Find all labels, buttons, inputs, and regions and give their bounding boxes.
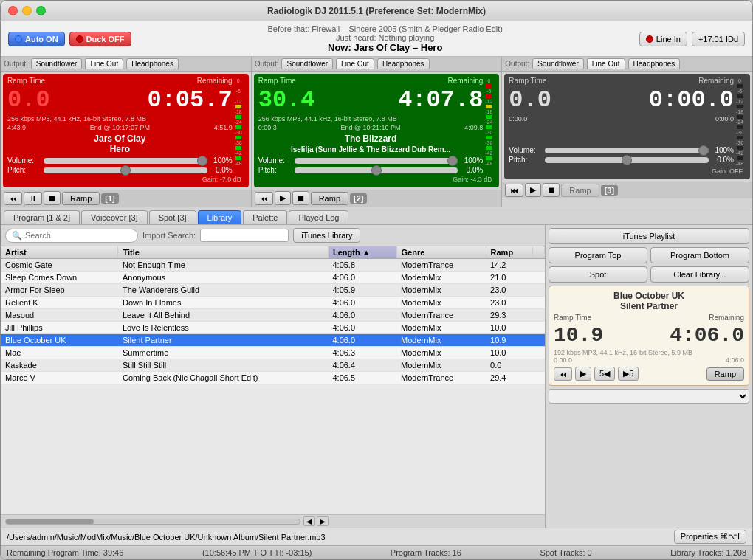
playlist-dropdown-row (549, 389, 749, 404)
deck2-tab-line-out[interactable]: Line Out (336, 58, 374, 69)
scroll-left-btn[interactable]: ◀ (303, 516, 315, 526)
deck1-pause-button[interactable]: ⏸ (24, 192, 42, 205)
properties-button[interactable]: Properties ⌘⌥I (674, 530, 746, 544)
deck-1: Output: Soundflower Line Out Headphones … (1, 57, 252, 207)
deck3-prev-button[interactable]: ⏮ (505, 184, 523, 197)
table-row[interactable]: Masoud Leave It All Behind 4:06.0 Modern… (1, 309, 545, 322)
import-search-input[interactable] (200, 229, 289, 242)
maximize-button[interactable] (36, 6, 46, 15)
deck3-volume-slider[interactable] (545, 148, 709, 153)
deck3-pitch-slider[interactable] (545, 157, 709, 163)
deck3-play-button[interactable]: ▶ (525, 183, 541, 197)
col-ramp[interactable]: Ramp (486, 246, 532, 259)
playlist-dropdown[interactable] (549, 389, 749, 404)
duck-off-button[interactable]: Duck OFF (69, 32, 131, 46)
col-length[interactable]: Length ▲ (328, 246, 396, 259)
scroll-right-btn[interactable]: ▶ (317, 516, 329, 526)
table-row[interactable]: Cosmic Gate Not Enough Time 4:05.8 Moder… (1, 259, 545, 272)
table-row[interactable]: Blue October UK Silent Partner 4:06.0 Mo… (1, 334, 545, 347)
deck1-prev-button[interactable]: ⏮ (4, 192, 22, 205)
deck2-cue-button[interactable]: ◼ (292, 191, 309, 205)
deck1-tab-headphones[interactable]: Headphones (126, 58, 179, 69)
preview-remaining-value: 4:06.0 (670, 324, 744, 347)
preview-ramp-button[interactable]: Ramp (706, 367, 744, 381)
itunes-library-button[interactable]: iTunes Library (293, 228, 360, 243)
deck3-cue-button[interactable]: ◼ (543, 183, 560, 197)
traffic-lights (8, 6, 46, 15)
deck1-tab-line-out[interactable]: Line Out (85, 58, 123, 69)
col-title[interactable]: Title (118, 246, 328, 259)
tab-played-log[interactable]: Played Log (289, 210, 348, 224)
auto-on-button[interactable]: Auto ON (8, 32, 65, 46)
table-row[interactable]: Jill Phillips Love Is Relentless 4:06.0 … (1, 322, 545, 334)
tab-library[interactable]: Library (198, 210, 242, 224)
line-in-button[interactable]: Line In (639, 32, 687, 46)
table-header: Artist Title Length ▲ Genre Ramp (1, 246, 545, 259)
preview-ramp-label: Ramp Time (554, 314, 591, 322)
preview-position: 0:00.0 4:06.0 (554, 356, 744, 364)
deck2-prev-button[interactable]: ⏮ (255, 192, 273, 205)
library-area: 🔍 Import Search: iTunes Library Artist T… (1, 225, 752, 528)
import-label: Import Search: (142, 231, 196, 240)
deck1-volume-slider[interactable] (44, 158, 207, 164)
deck2-track-title: The Blizzard Iselilja (Sunn Jellie & The… (258, 134, 484, 154)
program-top-button[interactable]: Program Top (549, 247, 647, 263)
auto-indicator (15, 35, 22, 43)
col-icon (533, 246, 545, 259)
library-table: Artist Title Length ▲ Genre Ramp Cosmic … (1, 246, 545, 514)
deck3-tab-soundflower[interactable]: Soundflower (532, 58, 584, 69)
deck3-ramp-button[interactable]: Ramp (561, 184, 599, 197)
deck1-ramp-button[interactable]: Ramp (62, 192, 100, 205)
table-body: Cosmic Gate Not Enough Time 4:05.8 Moder… (1, 259, 545, 384)
deck2-volume-slider[interactable] (295, 158, 458, 164)
deck3-badge: [3] (601, 185, 618, 196)
clear-library-button[interactable]: Clear Library... (650, 266, 749, 283)
deck2-tab-soundflower[interactable]: Soundflower (281, 58, 333, 69)
close-button[interactable] (8, 6, 18, 15)
status-bar: Remaining Program Time: 39:46 (10:56:45 … (1, 545, 752, 559)
program-bottom-button[interactable]: Program Bottom (650, 247, 749, 263)
preview-remaining-label: Remaining (709, 314, 744, 322)
now-playing: Now: Jars Of Clay – Hero (139, 42, 632, 53)
decks-area: Output: Soundflower Line Out Headphones … (1, 57, 752, 207)
tab-voiceover-3[interactable]: Voiceover [3] (81, 210, 148, 224)
col-genre[interactable]: Genre (396, 246, 486, 259)
table-row[interactable]: Relient K Down In Flames 4:06.0 ModernMi… (1, 297, 545, 309)
deck2-ramp-button[interactable]: Ramp (311, 192, 348, 205)
deck1-tab-soundflower[interactable]: Soundflower (31, 58, 83, 69)
table-row[interactable]: Armor For Sleep The Wanderers Guild 4:05… (1, 284, 545, 297)
preview-play-button[interactable]: ▶ (575, 367, 591, 381)
deck1-track-title: Jars Of Clay Hero (7, 134, 233, 154)
program-tracks: Program Tracks: 16 (391, 548, 461, 557)
table-row[interactable]: Kaskade Still Still Still 4:06.4 ModernM… (1, 359, 545, 372)
deck2-play-button[interactable]: ▶ (275, 191, 291, 205)
minimize-button[interactable] (22, 6, 32, 15)
file-path: /Users/admin/Music/ModMix/Music/Blue Oct… (7, 533, 326, 542)
preview-5back-button[interactable]: 5◀ (594, 367, 615, 381)
spot-tracks: Spot Tracks: 0 (540, 548, 591, 557)
table-row[interactable]: Mae Summertime 4:06.3 ModernMix 10.0 (1, 347, 545, 359)
preview-5fwd-button[interactable]: ▶5 (618, 367, 639, 381)
tab-program-12[interactable]: Program [1 & 2] (4, 210, 80, 224)
tab-spot-3[interactable]: Spot [3] (149, 210, 196, 224)
preview-rewind-button[interactable]: ⏮ (554, 367, 572, 381)
deck1-cue-button[interactable]: ◼ (44, 191, 61, 205)
deck3-tab-line-out[interactable]: Line Out (587, 58, 625, 69)
lib-btn-row-2: Program Top Program Bottom (549, 247, 749, 263)
deck3-controls: ⏮ ▶ ◼ Ramp [3] (502, 182, 752, 198)
top-controls-right: Line In +17:01 IDd (639, 32, 745, 46)
tab-palette[interactable]: Palette (243, 210, 287, 224)
deck1-pitch-slider[interactable] (44, 167, 207, 173)
deck3-output-bar: Output: Soundflower Line Out Headphones (502, 57, 752, 72)
deck2-pitch-slider[interactable] (295, 167, 458, 173)
table-row[interactable]: Marco V Coming Back (Nic Chagall Short E… (1, 372, 545, 384)
deck2-tab-headphones[interactable]: Headphones (377, 58, 430, 69)
table-row[interactable]: Sleep Comes Down Anonymous 4:06.0 Modern… (1, 272, 545, 284)
col-artist[interactable]: Artist (1, 246, 118, 259)
deck3-tab-headphones[interactable]: Headphones (628, 58, 681, 69)
idd-button[interactable]: +17:01 IDd (692, 32, 745, 46)
spot-button[interactable]: Spot (549, 266, 647, 283)
search-input[interactable] (25, 231, 128, 240)
deck3-ramp-time: 0.0 (509, 86, 551, 114)
itunes-playlist-button[interactable]: iTunes Playlist (549, 228, 749, 244)
